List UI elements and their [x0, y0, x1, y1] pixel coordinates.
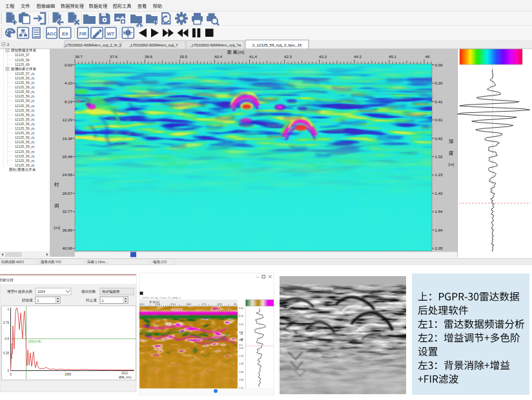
svg-text:_LTD10002-400MHzm_zytj_2_fir_3: _LTD10002-400MHzm_zytj_2_fir_3	[63, 43, 122, 47]
svg-text:26.3: 26.3	[186, 303, 190, 306]
svg-text:WT: WT	[107, 31, 114, 37]
svg-text:27.1: 27.1	[201, 303, 206, 306]
svg-text:8.19: 8.19	[65, 99, 73, 104]
svg-text:12.29: 12.29	[63, 117, 73, 122]
svg-text:38.6: 38.6	[145, 54, 153, 59]
svg-text:0.5: 0.5	[5, 337, 10, 341]
svg-text:1.84: 1.84	[239, 379, 243, 381]
svg-text:12125_57_zy: 12125_57_zy	[15, 72, 35, 75]
svg-text:46: 46	[425, 54, 430, 59]
svg-text:2_12125_59_zytj_3_bjxc_15: 2_12125_59_zytj_3_bjxc_15	[252, 43, 302, 47]
svg-text:24.58: 24.58	[63, 172, 73, 177]
svg-text:1.02: 1.02	[435, 154, 444, 159]
svg-text:12125_69: 12125_69	[15, 63, 30, 66]
svg-text:2: 2	[7, 43, 9, 46]
svg-text:1.43: 1.43	[239, 363, 243, 365]
svg-text:0.82: 0.82	[239, 339, 243, 341]
svg-text:12125_59_zy: 12125_59_zy	[15, 159, 35, 163]
svg-text:0.00: 0.00	[239, 307, 243, 310]
svg-text:44.2: 44.2	[354, 54, 362, 59]
svg-text:20.48: 20.48	[63, 154, 73, 159]
svg-text:3112: 3112	[121, 372, 128, 375]
svg-text:12125_59: 12125_59	[15, 58, 30, 62]
svg-text:1.64: 1.64	[239, 371, 243, 374]
svg-text:16.38: 16.38	[63, 136, 73, 141]
svg-text:_LTD10002-900MHzm_zytj_7: _LTD10002-900MHzm_zytj_7	[128, 43, 178, 47]
svg-text:12125_59_zy: 12125_59_zy	[15, 76, 35, 80]
svg-text:12125_59_zy: 12125_59_zy	[15, 99, 35, 103]
svg-text:12125_59_zy: 12125_59_zy	[15, 85, 35, 89]
svg-text:1.23: 1.23	[435, 172, 444, 177]
svg-text:12125_59_zy: 12125_59_zy	[15, 108, 35, 112]
svg-text:36.86: 36.86	[63, 228, 73, 232]
svg-text:12125_59_zy: 12125_59_zy	[15, 117, 35, 121]
svg-text:12125_59_zy: 12125_59_zy	[15, 131, 35, 135]
svg-text:12125_59_zy: 12125_59_zy	[15, 90, 35, 94]
svg-text:12125_59_zy: 12125_59_zy	[15, 104, 35, 108]
svg-text:1.23: 1.23	[239, 355, 243, 357]
svg-text:0.00: 0.00	[435, 63, 444, 67]
svg-text:1.64: 1.64	[435, 209, 444, 214]
svg-text:0.41: 0.41	[435, 99, 444, 104]
svg-text:0.41: 0.41	[239, 323, 243, 326]
svg-text:12125_59_zy: 12125_59_zy	[15, 154, 35, 158]
svg-text:1: 1	[102, 299, 104, 303]
svg-text:0.20: 0.20	[435, 81, 444, 85]
svg-text:12125_59_zy: 12125_59_zy	[15, 140, 35, 144]
svg-text:43.3: 43.3	[319, 54, 327, 59]
svg-text:40.4: 40.4	[214, 54, 223, 59]
svg-text:0: 0	[7, 369, 9, 372]
svg-text:0.82: 0.82	[435, 136, 444, 141]
svg-text:40.96: 40.96	[63, 246, 73, 250]
svg-text:37.6: 37.6	[110, 54, 118, 59]
svg-text:1.43: 1.43	[435, 191, 444, 195]
svg-text:0.61: 0.61	[239, 331, 243, 334]
svg-text:0.75: 0.75	[3, 321, 9, 325]
svg-text:12125_59_zy: 12125_59_zy	[15, 163, 35, 167]
svg-text:1: 1	[7, 308, 9, 311]
svg-text:—: —	[256, 275, 260, 279]
svg-text:Εθ: Εθ	[62, 31, 68, 37]
svg-text:FIR: FIR	[79, 32, 87, 36]
svg-text:0.00: 0.00	[65, 63, 73, 67]
svg-text:42.3: 42.3	[284, 54, 292, 59]
svg-text:12125_59_zy: 12125_59_zy	[15, 81, 35, 85]
svg-text:2.05: 2.05	[435, 246, 444, 250]
svg-text:0.20: 0.20	[239, 315, 243, 317]
svg-text:1.02: 1.02	[239, 347, 243, 350]
svg-text:39.5: 39.5	[179, 54, 188, 59]
svg-text:0.25: 0.25	[3, 352, 9, 355]
svg-text:12125_59_zy: 12125_59_zy	[15, 122, 35, 126]
svg-text:4.10: 4.10	[65, 81, 73, 85]
svg-text:_LTD10002-900MHzm_zytj_7a: _LTD10002-900MHzm_zytj_7a	[189, 43, 241, 47]
svg-text:0: 0	[10, 373, 12, 376]
svg-text:32.77: 32.77	[63, 209, 73, 214]
svg-text:26: 26	[234, 303, 236, 306]
svg-text:45.1: 45.1	[389, 54, 397, 59]
svg-text:12125_59_zy: 12125_59_zy	[15, 94, 35, 98]
svg-text:1556: 1556	[65, 373, 72, 376]
svg-text:12125_59_zy: 12125_59_zy	[15, 113, 35, 117]
svg-text:28.67: 28.67	[63, 191, 73, 195]
svg-text:12125_59_zy: 12125_59_zy	[15, 126, 35, 130]
svg-text:12125_57: 12125_57	[15, 53, 30, 57]
svg-text:12125_59_zy: 12125_59_zy	[15, 145, 35, 148]
svg-text:AGC: AGC	[46, 32, 56, 36]
svg-text:36.7: 36.7	[75, 54, 83, 59]
svg-text:1.84: 1.84	[435, 228, 444, 232]
svg-text:0.61: 0.61	[435, 117, 444, 122]
svg-text:12125_59_zy: 12125_59_zy	[15, 150, 35, 154]
svg-text:_12125_59_zytj_3_bjxc_11_zdfdp: _12125_59_zytj_3_bjxc_11_zdfdp_1	[140, 296, 181, 299]
svg-text:12125_59_zy: 12125_59_zy	[15, 135, 35, 139]
svg-text:1024: 1024	[37, 290, 45, 294]
svg-text:27.8: 27.8	[217, 303, 221, 306]
svg-text:41.4: 41.4	[249, 54, 258, 59]
svg-text:1: 1	[37, 299, 39, 303]
